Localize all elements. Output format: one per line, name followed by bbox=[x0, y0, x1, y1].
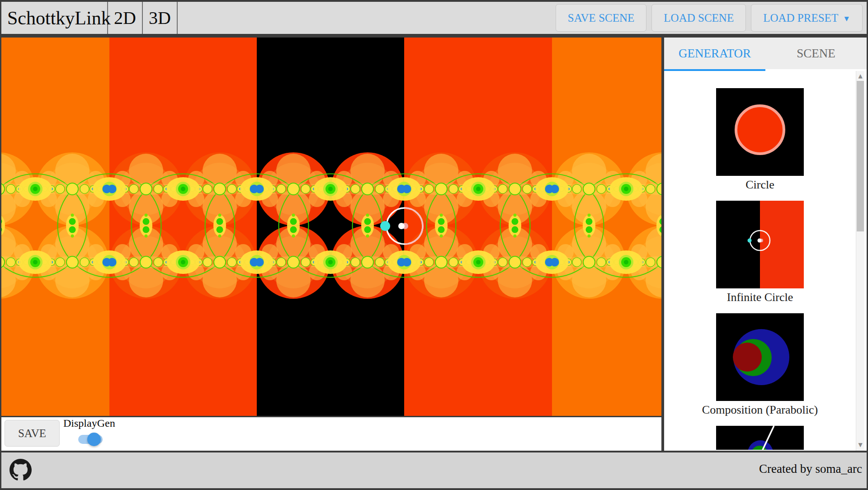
tab-generator[interactable]: GENERATOR bbox=[664, 38, 765, 69]
header-actions: SAVE SCENE LOAD SCENE LOAD PRESET ▼ bbox=[556, 2, 867, 34]
active-tab-underline bbox=[664, 69, 765, 71]
save-scene-label: SAVE SCENE bbox=[568, 12, 635, 24]
save-scene-button[interactable]: SAVE SCENE bbox=[556, 4, 647, 32]
half-plane-glyph bbox=[760, 201, 804, 288]
canvas-control-bar: SAVE DisplayGen bbox=[1, 417, 661, 451]
credit-text: Created by soma_arc bbox=[759, 452, 862, 488]
background-band bbox=[552, 38, 661, 416]
generator-center-control-point[interactable] bbox=[398, 223, 405, 229]
white-control-dot bbox=[758, 239, 762, 243]
preset-caption-composition-parabolic: Composition (Parabolic) bbox=[664, 403, 856, 417]
load-scene-label: LOAD SCENE bbox=[664, 12, 734, 24]
boundary-blue-dot bbox=[403, 258, 411, 267]
boundary-blue-dot bbox=[551, 185, 559, 193]
display-gen-toggle[interactable] bbox=[78, 435, 103, 444]
preset-thumbnail-infinite-circle[interactable] bbox=[716, 201, 804, 288]
boundary-blue-dot bbox=[255, 185, 264, 193]
mode-2d-button[interactable]: 2D bbox=[108, 2, 143, 34]
generator-cyan-control-point[interactable] bbox=[380, 221, 390, 231]
github-icon[interactable] bbox=[9, 459, 32, 481]
load-scene-button[interactable]: LOAD SCENE bbox=[651, 4, 746, 32]
boundary-blue-dot bbox=[403, 185, 411, 193]
preset-thumbnail-composition-parabolic[interactable] bbox=[716, 313, 804, 401]
tab-scene[interactable]: SCENE bbox=[765, 38, 867, 69]
sidebar-tabbar: GENERATOR SCENE bbox=[664, 38, 867, 69]
app-window: SchottkyLink 2D 3D SAVE SCENE LOAD SCENE… bbox=[0, 0, 868, 490]
cyan-control-dot bbox=[748, 239, 752, 243]
scrollbar-down-arrow-icon[interactable]: ▼ bbox=[856, 441, 864, 449]
sidebar-panel: GENERATOR SCENE Circle Infinite Circle bbox=[664, 38, 867, 451]
boundary-blue-dot bbox=[108, 258, 117, 267]
preset-thumbnail-partial[interactable] bbox=[716, 426, 804, 450]
load-preset-label: LOAD PRESET bbox=[763, 12, 838, 24]
app-title: SchottkyLink bbox=[1, 2, 108, 34]
dark-red-circle-glyph bbox=[733, 343, 762, 372]
preset-caption-infinite-circle: Infinite Circle bbox=[664, 291, 856, 304]
scrollbar-up-arrow-icon[interactable]: ▲ bbox=[856, 72, 864, 80]
preset-caption-circle: Circle bbox=[664, 178, 856, 192]
chevron-down-icon: ▼ bbox=[843, 14, 850, 24]
mode-3d-button[interactable]: 3D bbox=[143, 2, 178, 34]
scrollbar-thumb[interactable] bbox=[857, 81, 864, 231]
display-gen-label: DisplayGen bbox=[63, 417, 115, 429]
footer-bar: Created by soma_arc bbox=[1, 452, 867, 488]
fractal-canvas[interactable] bbox=[1, 38, 661, 416]
preset-thumbnail-circle[interactable] bbox=[716, 88, 804, 176]
background-band bbox=[1, 38, 109, 416]
boundary-blue-dot bbox=[255, 258, 264, 267]
header-bar: SchottkyLink 2D 3D SAVE SCENE LOAD SCENE… bbox=[1, 2, 867, 36]
save-image-button[interactable]: SAVE bbox=[5, 420, 60, 447]
circle-generator-glyph bbox=[736, 106, 784, 154]
sidebar-scrollbar[interactable]: ▲ ▼ bbox=[856, 71, 864, 451]
header-spacer bbox=[178, 2, 556, 34]
boundary-blue-dot bbox=[108, 185, 117, 193]
display-gen-toggle-knob[interactable] bbox=[87, 433, 101, 446]
load-preset-button[interactable]: LOAD PRESET ▼ bbox=[751, 4, 863, 32]
boundary-blue-dot bbox=[551, 258, 559, 267]
